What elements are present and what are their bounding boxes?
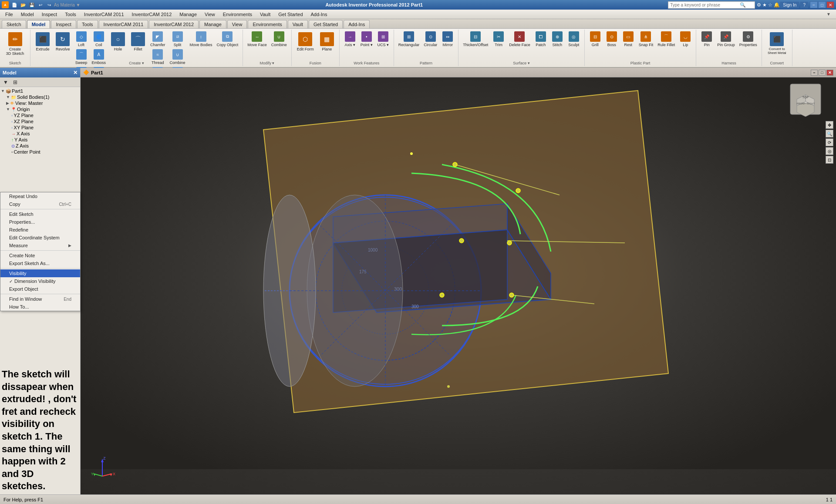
ctx-redefine[interactable]: Redefine: [0, 226, 80, 234]
tree-xyplane[interactable]: ▫ XY Plane: [1, 124, 79, 131]
menu-vault[interactable]: Vault: [256, 11, 274, 18]
plane-button[interactable]: ▦ Plane: [317, 30, 337, 53]
tree-origin[interactable]: ▼ 📍 Origin: [1, 106, 79, 112]
rectangular-button[interactable]: ⊞ Rectangular: [397, 30, 421, 48]
menu-addins[interactable]: Add-Ins: [307, 11, 331, 18]
properties-button[interactable]: ⚙ Properties: [738, 30, 759, 48]
tree-xaxis[interactable]: → X Axis: [1, 131, 79, 137]
maximize-button[interactable]: □: [818, 1, 826, 8]
grill-button[interactable]: ⊟ Grill: [587, 30, 603, 48]
lookfrom-button[interactable]: ◎: [826, 147, 833, 155]
ctx-edit-sketch[interactable]: Edit Sketch: [0, 210, 80, 218]
close-button[interactable]: ✕: [826, 1, 834, 8]
menu-tools[interactable]: Tools: [61, 11, 80, 18]
rulefillet-button[interactable]: ⌒ Rule Fillet: [656, 30, 677, 48]
tab-getstarted[interactable]: Get Started: [309, 20, 343, 28]
deleteface-button[interactable]: ✕ Delete Face: [507, 30, 532, 48]
tab-environments[interactable]: Environments: [248, 20, 287, 28]
zoom-button[interactable]: 🔍: [826, 130, 833, 138]
point-button[interactable]: • Point ▾: [359, 30, 374, 48]
ctx-export-object[interactable]: Export Object: [0, 285, 80, 293]
tab-inventorcam2012[interactable]: InventorCAM 2012: [149, 20, 199, 28]
sign-in-button[interactable]: Sign In: [780, 2, 799, 8]
vp-maximize[interactable]: □: [819, 70, 826, 76]
axis-button[interactable]: → Axis ▾: [342, 30, 358, 48]
help-button[interactable]: ?: [800, 2, 808, 8]
menu-model[interactable]: Model: [17, 11, 37, 18]
tree-part1[interactable]: ▼ 📦 Part1: [1, 88, 79, 94]
menu-file[interactable]: File: [2, 11, 17, 18]
pan-button[interactable]: ✥: [826, 121, 833, 129]
menu-view[interactable]: View: [201, 11, 219, 18]
ctx-dimension-visibility[interactable]: ✓Dimension Visibility: [0, 277, 80, 285]
tab-view[interactable]: View: [227, 20, 247, 28]
new-button[interactable]: 📄: [10, 1, 18, 9]
minimize-button[interactable]: −: [810, 1, 818, 8]
tree-yzplane[interactable]: ▫ YZ Plane: [1, 112, 79, 118]
viewport-canvas[interactable]: 300 175 300 1000: [81, 77, 836, 494]
combine-modify-button[interactable]: ∪ Combine: [270, 30, 289, 48]
tab-inventorcam2011[interactable]: InventorCAM 2011: [99, 20, 148, 28]
sculpt-button[interactable]: ◎ Sculpt: [566, 30, 582, 48]
save-button[interactable]: 💾: [28, 1, 36, 9]
split-button[interactable]: ⧄ Split: [168, 30, 187, 48]
menu-manage[interactable]: Manage: [176, 11, 200, 18]
tab-vault[interactable]: Vault: [288, 20, 308, 28]
orbit-button[interactable]: ⟳: [826, 138, 833, 146]
model-panel-close[interactable]: ✕: [73, 70, 78, 76]
tab-tools[interactable]: Tools: [77, 20, 98, 28]
menu-inventorcam2012[interactable]: InventorCAM 2012: [128, 11, 175, 18]
snapfit-button[interactable]: ⋔ Snap Fit: [637, 30, 655, 48]
menu-environments[interactable]: Environments: [219, 11, 256, 18]
tree-zaxis[interactable]: ⊙ Z Axis: [1, 143, 79, 149]
tab-manage[interactable]: Manage: [199, 20, 226, 28]
circular-button[interactable]: ⊙ Circular: [422, 30, 439, 48]
ctx-export-sketch[interactable]: Export Sketch As...: [0, 259, 80, 267]
pingroup-button[interactable]: 📌 Pin Group: [715, 30, 737, 48]
menu-getstarted[interactable]: Get Started: [275, 11, 306, 18]
trim-button[interactable]: ✂ Trim: [491, 30, 506, 48]
undo-button[interactable]: ↩: [37, 1, 44, 9]
loft-button[interactable]: ◇ Loft: [74, 30, 89, 48]
stitch-button[interactable]: ⊕ Stitch: [549, 30, 565, 48]
tree-centerpoint[interactable]: • Center Point: [1, 149, 79, 155]
coil-button[interactable]: 🌀 Coil: [90, 30, 108, 48]
ctx-measure[interactable]: Measure ▶: [0, 242, 80, 249]
tab-model[interactable]: Model: [27, 20, 51, 28]
expand-button[interactable]: ⊞: [11, 78, 19, 86]
menu-inventorcam2011[interactable]: InventorCAM 2011: [81, 11, 128, 18]
tree-yaxis[interactable]: ↑ Y Axis: [1, 137, 79, 143]
thicken-button[interactable]: ⊟ Thicken/Offset: [461, 30, 490, 48]
pin-button[interactable]: 📌 Pin: [699, 30, 715, 48]
ctx-edit-coord[interactable]: Edit Coordinate System: [0, 234, 80, 242]
tab-sketch[interactable]: Sketch: [2, 20, 26, 28]
ctx-find-window[interactable]: Find in Window End: [0, 295, 80, 303]
chamfer-button[interactable]: ◤ Chamfer: [148, 30, 167, 48]
filter-button[interactable]: ▼: [2, 78, 10, 86]
tree-solidbodies[interactable]: ▼ 📁 Solid Bodies(1): [1, 94, 79, 100]
tab-inspect[interactable]: Inspect: [51, 20, 76, 28]
boss-button[interactable]: ⊙ Boss: [604, 30, 620, 48]
ctx-howto[interactable]: How To...: [0, 303, 80, 311]
ctx-visibility[interactable]: Visibility: [0, 269, 80, 277]
tree-viewmaster[interactable]: ▶ 👁 View: Master: [1, 100, 79, 106]
ctx-repeat-undo[interactable]: Repeat Undo: [0, 192, 80, 200]
ctx-properties[interactable]: Properties...: [0, 218, 80, 226]
ucs-button[interactable]: ⊞ UCS ▾: [375, 30, 391, 48]
open-button[interactable]: 📂: [19, 1, 27, 9]
vp-close[interactable]: ✕: [826, 70, 833, 76]
menu-inspect[interactable]: Inspect: [38, 11, 61, 18]
tree-xzplane[interactable]: ▫ XZ Plane: [1, 118, 79, 124]
editform-button[interactable]: ⬡ Edit Form: [294, 30, 317, 53]
tab-addins[interactable]: Add-Ins: [344, 20, 370, 28]
patch-button[interactable]: ⧠ Patch: [533, 30, 549, 48]
converttosheetmetal-button[interactable]: ⬛ Convert toSheet Metal: [765, 30, 789, 57]
moveface-button[interactable]: ↔ Move Face: [246, 30, 269, 48]
viewcube[interactable]: TOP FRONT RIGHT: [788, 82, 823, 117]
vp-minimize[interactable]: −: [811, 70, 818, 76]
create-3dsketch-button[interactable]: ✏ Create3D Sketch: [3, 30, 27, 57]
ctx-create-note[interactable]: Create Note: [0, 252, 80, 259]
redo-button[interactable]: ↪: [45, 1, 53, 9]
rest-button[interactable]: ▭ Rest: [620, 30, 636, 48]
search-input[interactable]: [670, 3, 740, 7]
